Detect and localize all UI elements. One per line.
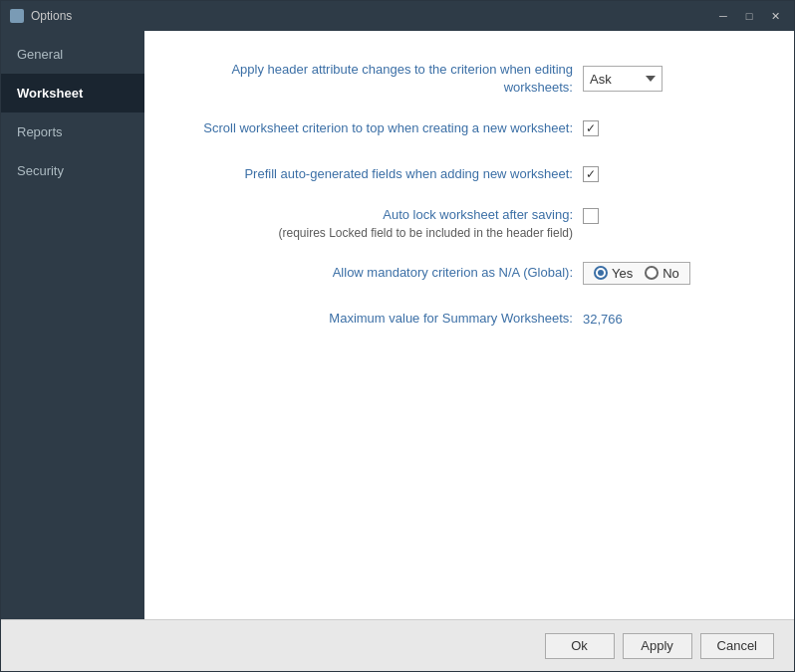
prefill-fields-row: Prefill auto-generated fields when addin… bbox=[184, 160, 754, 188]
prefill-fields-label: Prefill auto-generated fields when addin… bbox=[184, 165, 583, 183]
apply-header-row: Apply header attribute changes to the cr… bbox=[184, 61, 754, 97]
sidebar-security-label: Security bbox=[17, 163, 64, 178]
max-value-display: 32,766 bbox=[583, 312, 623, 327]
max-value-control: 32,766 bbox=[583, 312, 623, 327]
sidebar-worksheet-label: Worksheet bbox=[17, 86, 83, 101]
options-window: Options ─ □ ✕ General Worksheet Reports … bbox=[0, 0, 795, 672]
auto-lock-label: Auto lock worksheet after saving: (requi… bbox=[184, 206, 583, 241]
mandatory-criterion-label: Allow mandatory criterion as N/A (Global… bbox=[184, 264, 583, 282]
scroll-criterion-row: Scroll worksheet criterion to top when c… bbox=[184, 114, 754, 142]
content-area: General Worksheet Reports Security Apply… bbox=[1, 31, 794, 619]
ok-button[interactable]: Ok bbox=[545, 633, 615, 659]
main-panel: Apply header attribute changes to the cr… bbox=[144, 31, 794, 619]
prefill-fields-control bbox=[583, 166, 599, 182]
apply-header-select[interactable]: Ask Yes No bbox=[583, 66, 662, 92]
footer: Ok Apply Cancel bbox=[1, 619, 794, 671]
options-content: Apply header attribute changes to the cr… bbox=[144, 31, 794, 619]
apply-button[interactable]: Apply bbox=[623, 633, 692, 659]
mandatory-radio-group: Yes No bbox=[583, 262, 690, 285]
sidebar-general-label: General bbox=[17, 47, 63, 62]
window-title: Options bbox=[31, 9, 712, 23]
sidebar-item-general[interactable]: General bbox=[1, 35, 144, 74]
mandatory-yes-option[interactable]: Yes bbox=[594, 266, 633, 281]
apply-header-control: Ask Yes No bbox=[583, 66, 662, 92]
mandatory-criterion-row: Allow mandatory criterion as N/A (Global… bbox=[184, 259, 754, 287]
mandatory-yes-label: Yes bbox=[612, 266, 633, 281]
scroll-criterion-checkbox[interactable] bbox=[583, 120, 599, 136]
svg-rect-0 bbox=[10, 9, 24, 23]
options-icon bbox=[9, 8, 25, 24]
scroll-criterion-control bbox=[583, 120, 599, 136]
sidebar-item-worksheet[interactable]: Worksheet bbox=[1, 74, 144, 112]
window-controls: ─ □ ✕ bbox=[712, 7, 786, 25]
mandatory-no-label: No bbox=[662, 266, 679, 281]
sidebar-item-reports[interactable]: Reports bbox=[1, 112, 144, 151]
max-value-row: Maximum value for Summary Worksheets: 32… bbox=[184, 305, 754, 333]
auto-lock-control bbox=[583, 206, 599, 224]
auto-lock-checkbox[interactable] bbox=[583, 208, 599, 224]
apply-header-label: Apply header attribute changes to the cr… bbox=[184, 61, 583, 97]
maximize-button[interactable]: □ bbox=[738, 7, 760, 25]
max-value-label: Maximum value for Summary Worksheets: bbox=[184, 310, 583, 328]
mandatory-criterion-control: Yes No bbox=[583, 262, 690, 285]
scroll-criterion-label: Scroll worksheet criterion to top when c… bbox=[184, 119, 583, 137]
minimize-button[interactable]: ─ bbox=[712, 7, 734, 25]
sidebar-item-security[interactable]: Security bbox=[1, 151, 144, 190]
sidebar-reports-label: Reports bbox=[17, 124, 63, 139]
mandatory-no-option[interactable]: No bbox=[645, 266, 679, 281]
mandatory-yes-radio[interactable] bbox=[594, 266, 608, 280]
cancel-button[interactable]: Cancel bbox=[700, 633, 774, 659]
close-button[interactable]: ✕ bbox=[764, 7, 786, 25]
auto-lock-sub-label: (requires Locked field to be included in… bbox=[184, 225, 573, 242]
sidebar: General Worksheet Reports Security bbox=[1, 31, 144, 619]
auto-lock-row: Auto lock worksheet after saving: (requi… bbox=[184, 206, 754, 241]
auto-lock-main-label: Auto lock worksheet after saving: bbox=[383, 207, 573, 222]
title-bar: Options ─ □ ✕ bbox=[1, 1, 794, 31]
mandatory-no-radio[interactable] bbox=[645, 266, 659, 280]
prefill-fields-checkbox[interactable] bbox=[583, 166, 599, 182]
